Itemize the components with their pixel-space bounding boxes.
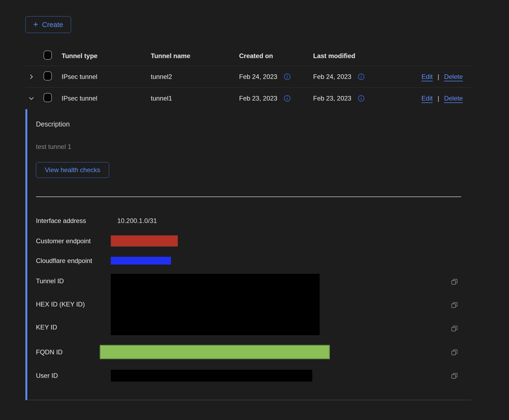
view-health-checks-button[interactable]: View health checks <box>36 162 109 178</box>
ids-redacted-value <box>111 274 320 335</box>
create-button-label: Create <box>42 21 63 29</box>
customer-endpoint-redacted-value <box>111 235 178 246</box>
copy-user-id-button[interactable] <box>451 372 458 379</box>
delete-link[interactable]: Delete <box>444 73 463 81</box>
user-id-label: User ID <box>36 372 111 379</box>
copy-icon <box>451 348 458 356</box>
hex-id-label: HEX ID (KEY ID) <box>36 300 111 308</box>
info-icon[interactable] <box>358 95 365 102</box>
copy-icon <box>451 325 458 332</box>
header-created-on: Created on <box>239 52 313 60</box>
customer-endpoint-row: Customer endpoint <box>36 235 471 246</box>
header-last-modified: Last modified <box>313 52 471 60</box>
tunnels-page: + Create Tunnel type Tunnel name Created… <box>25 16 471 400</box>
edit-link[interactable]: Edit <box>421 95 433 102</box>
interface-address-label: Interface address <box>36 217 111 225</box>
fqdn-id-redacted-value <box>100 345 330 359</box>
tunnel-name-value: tunnel2 <box>151 73 239 81</box>
action-separator: | <box>437 73 439 81</box>
tunnel-ids-group: Tunnel ID HEX ID (KEY ID) KEY ID <box>36 274 471 335</box>
tunnel-type-value: IPsec tunnel <box>62 95 151 102</box>
tunnel-id-label: Tunnel ID <box>36 277 111 285</box>
created-on-value: Feb 23, 2023 <box>239 95 277 102</box>
copy-icon <box>451 301 458 309</box>
customer-endpoint-label: Customer endpoint <box>36 237 111 245</box>
tunnel-table: Tunnel type Tunnel name Created on Last … <box>25 46 471 400</box>
interface-address-row: Interface address 10.200.1.0/31 <box>36 217 471 225</box>
row-checkbox[interactable] <box>43 71 52 81</box>
copy-icon <box>451 372 458 379</box>
copy-key-id-button[interactable] <box>451 325 458 332</box>
expand-row-button[interactable] <box>25 74 43 80</box>
copy-tunnel-id-button[interactable] <box>451 278 458 285</box>
fqdn-id-row: FQDN ID <box>36 345 471 359</box>
chevron-down-icon <box>28 95 35 102</box>
row-checkbox[interactable] <box>43 93 52 102</box>
info-icon[interactable] <box>284 73 291 80</box>
select-all-checkbox[interactable] <box>43 51 52 60</box>
create-button[interactable]: + Create <box>25 16 71 33</box>
last-modified-value: Feb 23, 2023 <box>313 95 351 102</box>
table-row: IPsec tunnel tunnel2 Feb 24, 2023 Feb 24… <box>25 66 471 88</box>
tunnel-name-value: tunnel1 <box>151 95 239 102</box>
user-id-row: User ID <box>36 370 471 382</box>
plus-icon: + <box>33 20 38 29</box>
cloudflare-endpoint-row: Cloudflare endpoint <box>36 257 471 265</box>
info-icon[interactable] <box>358 73 365 80</box>
section-divider <box>36 196 461 197</box>
description-value: test tunnel 1 <box>36 143 471 151</box>
tunnel-detail-panel: Description test tunnel 1 View health ch… <box>25 109 471 400</box>
info-icon[interactable] <box>284 95 291 102</box>
delete-link[interactable]: Delete <box>444 95 463 102</box>
interface-address-value: 10.200.1.0/31 <box>117 217 157 225</box>
cloudflare-endpoint-label: Cloudflare endpoint <box>36 257 111 265</box>
action-separator: | <box>437 95 439 102</box>
key-id-label: KEY ID <box>36 323 111 331</box>
copy-icon <box>451 278 458 285</box>
header-tunnel-name: Tunnel name <box>151 52 239 60</box>
copy-hex-id-button[interactable] <box>451 301 458 309</box>
table-header-row: Tunnel type Tunnel name Created on Last … <box>25 46 471 66</box>
chevron-right-icon <box>28 74 35 80</box>
cloudflare-endpoint-redacted-value <box>111 257 171 265</box>
created-on-value: Feb 24, 2023 <box>239 73 277 81</box>
tunnel-type-value: IPsec tunnel <box>62 73 151 81</box>
description-label: Description <box>36 120 471 128</box>
last-modified-value: Feb 24, 2023 <box>313 73 351 81</box>
user-id-redacted-value <box>111 370 312 382</box>
header-tunnel-type: Tunnel type <box>62 52 151 60</box>
collapse-row-button[interactable] <box>25 95 43 102</box>
table-row: IPsec tunnel tunnel1 Feb 23, 2023 Feb 23… <box>25 88 471 109</box>
edit-link[interactable]: Edit <box>421 73 433 81</box>
copy-fqdn-id-button[interactable] <box>451 348 458 356</box>
